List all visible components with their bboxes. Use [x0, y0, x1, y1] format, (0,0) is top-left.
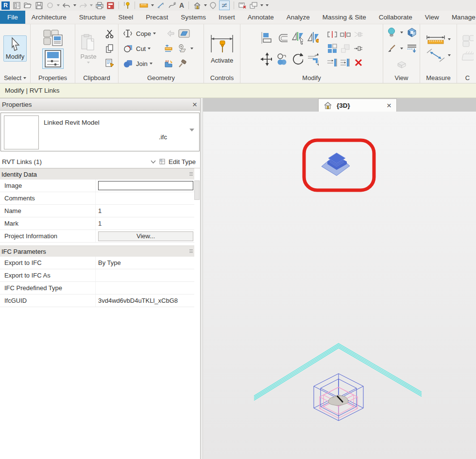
undo-dropdown-icon[interactable]	[73, 4, 76, 6]
tab-annotate[interactable]: Annotate	[241, 11, 280, 24]
tab-view[interactable]: View	[419, 11, 445, 24]
drawing-canvas[interactable]	[203, 112, 476, 459]
cope-icon[interactable]	[122, 28, 134, 39]
text-icon[interactable]: A	[179, 1, 185, 10]
properties-header[interactable]: Properties ×	[0, 98, 200, 111]
aligned-dimension-icon[interactable]	[156, 1, 165, 10]
create-group-icon[interactable]	[462, 35, 474, 47]
type-selector-dropdown-icon[interactable]	[189, 129, 194, 131]
switch-windows-icon[interactable]	[249, 1, 258, 10]
panel-modify-label[interactable]: Modify	[240, 73, 383, 83]
image-value-input[interactable]	[98, 181, 193, 190]
revit-logo-icon[interactable]: R	[1, 1, 10, 10]
mark-value[interactable]: 1	[95, 217, 194, 230]
trim-extend-corner-icon[interactable]	[307, 53, 319, 65]
ifc-predefined-type-value[interactable]	[95, 282, 194, 294]
view-tab-3d[interactable]: {3D} ×	[318, 98, 397, 112]
split-with-gap-icon[interactable]	[340, 29, 351, 40]
wall-opening-icon[interactable]	[178, 28, 190, 39]
cut-dropdown-icon[interactable]	[148, 48, 151, 49]
section-ifc-parameters[interactable]: IFC Parameters	[0, 246, 194, 257]
cut-to-clipboard-icon[interactable]	[104, 28, 116, 40]
undo-icon[interactable]	[62, 1, 71, 10]
offset-icon[interactable]	[276, 32, 288, 44]
customize-qat-icon[interactable]	[266, 4, 269, 6]
panel-controls-label[interactable]: Controls	[204, 73, 240, 83]
sync-with-central-icon[interactable]	[46, 1, 54, 10]
trim-extend-single-icon[interactable]	[326, 57, 338, 68]
section-identity-data[interactable]: Identity Data	[0, 168, 194, 180]
join-geometry-icon[interactable]	[122, 58, 134, 69]
measure-dropdown-icon[interactable]	[151, 4, 154, 6]
tab-architecture[interactable]: Architecture	[25, 11, 73, 24]
section-grip-icon[interactable]	[189, 172, 193, 176]
redo-dropdown-icon[interactable]	[90, 4, 93, 6]
tab-analyze[interactable]: Analyze	[280, 11, 316, 24]
align-icon[interactable]	[260, 32, 272, 44]
copy-icon[interactable]	[276, 53, 288, 65]
scale-icon[interactable]	[340, 43, 351, 54]
print-icon[interactable]	[95, 1, 104, 10]
export-to-ifc-as-value[interactable]	[95, 269, 194, 281]
reveal-hidden-lines-icon[interactable]	[406, 43, 418, 54]
measure-between-refs-icon[interactable]	[426, 34, 445, 44]
close-inactive-views-icon[interactable]	[106, 1, 115, 10]
wall-joins-icon[interactable]	[163, 58, 175, 69]
paste-button[interactable]: Paste	[78, 33, 99, 65]
close-hidden-windows-icon[interactable]	[238, 1, 247, 10]
tab-steel[interactable]: Steel	[112, 11, 140, 24]
family-types-icon[interactable]	[43, 28, 63, 47]
selection-box-icon[interactable]	[406, 27, 418, 38]
unpin-icon[interactable]	[353, 43, 364, 54]
delete-icon[interactable]	[353, 57, 364, 68]
document-icon[interactable]	[13, 1, 21, 10]
rotate-icon[interactable]	[291, 53, 303, 65]
mirror-pick-axis-icon[interactable]	[291, 32, 303, 44]
tab-structure[interactable]: Structure	[73, 11, 112, 24]
tab-precast[interactable]: Precast	[139, 11, 174, 24]
copy-to-clipboard-icon[interactable]	[104, 43, 116, 54]
panel-select-label[interactable]: Select	[0, 73, 30, 83]
void-dropdown-icon[interactable]	[190, 48, 193, 49]
ifcguid-value[interactable]: 3vd4wd6vbD4uTKLl_xCbG8	[95, 295, 194, 307]
name-value[interactable]: 1	[95, 205, 194, 217]
panel-view-label[interactable]: View	[383, 73, 420, 83]
save-icon[interactable]	[35, 1, 43, 10]
redo-icon[interactable]	[79, 1, 87, 10]
cope-label[interactable]: Cope	[136, 30, 151, 37]
panel-clipboard-label[interactable]: Clipboard	[75, 73, 118, 83]
cope-dropdown-icon[interactable]	[153, 33, 156, 34]
displace-elements-icon[interactable]	[396, 59, 408, 70]
cut-geometry-icon[interactable]	[122, 43, 134, 54]
sync-dropdown-icon[interactable]	[57, 4, 60, 6]
view-button[interactable]: View...	[98, 231, 193, 241]
create-assembly-icon[interactable]	[462, 50, 474, 62]
activate-button[interactable]: Activate	[207, 32, 237, 66]
tab-manage[interactable]: Manage	[445, 11, 476, 24]
edit-type-button[interactable]: Edit Type	[169, 158, 196, 165]
view-tab-close-icon[interactable]: ×	[387, 101, 391, 110]
filter-label[interactable]: RVT Links (1)	[2, 158, 42, 165]
cut-profile-icon[interactable]	[165, 28, 176, 39]
measure-along-element-icon[interactable]	[426, 48, 445, 63]
panel-create-label[interactable]: C	[457, 73, 476, 83]
comments-value[interactable]	[95, 192, 194, 204]
brush-dropdown-icon[interactable]	[400, 48, 403, 49]
measure-ruler-icon[interactable]	[139, 1, 149, 10]
match-type-properties-icon[interactable]	[104, 57, 116, 69]
panel-properties-label[interactable]: Properties	[31, 73, 75, 83]
temporary-hide-lightbulb-icon[interactable]	[386, 27, 397, 38]
join-label[interactable]: Join	[136, 60, 148, 67]
array-icon[interactable]	[326, 43, 338, 54]
tab-file[interactable]: File	[0, 11, 25, 24]
tab-collaborate[interactable]: Collaborate	[373, 11, 419, 24]
modify-pin-icon[interactable]	[123, 1, 131, 10]
close-icon[interactable]: ×	[192, 100, 197, 109]
panel-measure-label[interactable]: Measure	[420, 73, 457, 83]
properties-palette-icon[interactable]	[42, 49, 64, 69]
section-grip-icon[interactable]	[189, 249, 193, 253]
mirror-draw-axis-icon[interactable]	[307, 32, 319, 44]
beam-backs-icon[interactable]	[163, 43, 175, 54]
split-element-icon[interactable]	[326, 29, 338, 40]
properties-scrollbar-thumb[interactable]	[194, 180, 200, 200]
